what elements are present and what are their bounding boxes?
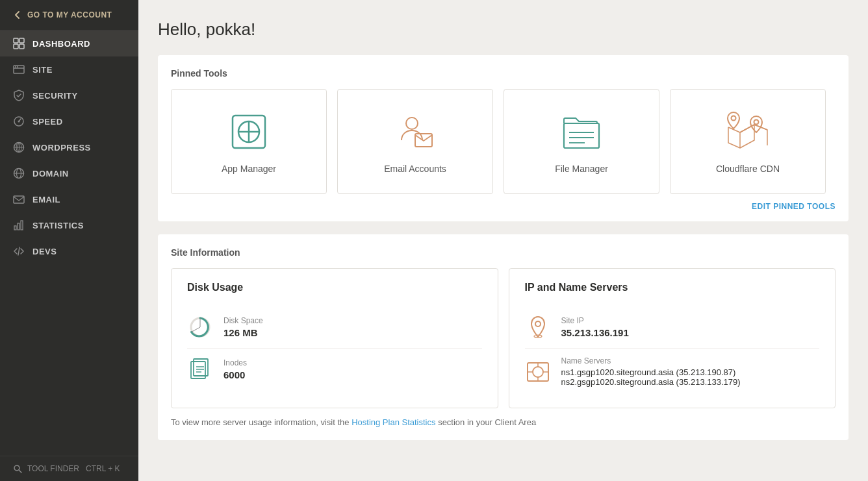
svg-point-41 (535, 321, 541, 327)
nav-items: DASHBOARD SITE SECURITY SP (0, 31, 138, 456)
sidebar-item-speed[interactable]: SPEED (0, 108, 138, 134)
svg-line-20 (19, 471, 22, 473)
svg-point-7 (17, 66, 18, 68)
devs-icon (13, 245, 25, 257)
site-ip-row: Site IP 35.213.136.191 (525, 306, 820, 349)
svg-point-31 (732, 116, 736, 121)
sidebar-item-wordpress[interactable]: WORDPRESS (0, 134, 138, 160)
svg-rect-1 (19, 38, 24, 43)
ns2-value: ns2.gsgp1020.siteground.asia (35.213.133… (561, 377, 741, 387)
hosting-plan-statistics-link[interactable]: Hosting Plan Statistics (351, 417, 435, 427)
svg-rect-17 (18, 223, 19, 230)
go-to-account-button[interactable]: GO TO MY ACCOUNT (0, 0, 138, 31)
svg-rect-16 (14, 226, 16, 230)
disk-space-row: Disk Space 126 MB (187, 306, 482, 349)
statistics-icon (13, 219, 25, 231)
tool-card-email-accounts[interactable]: Email Accounts (337, 89, 493, 194)
site-ip-value: 35.213.136.191 (561, 327, 629, 338)
speed-icon (13, 116, 25, 127)
svg-rect-2 (14, 44, 18, 49)
arrow-left-icon (13, 10, 22, 19)
ip-servers-title: IP and Name Servers (525, 282, 820, 293)
inodes-icon (187, 356, 213, 382)
email-accounts-icon (392, 109, 438, 154)
pinned-tools-grid: App Manager Email Accounts (171, 89, 836, 194)
site-info-section: Site Information Disk Usage (158, 234, 849, 440)
wordpress-icon (13, 142, 25, 153)
app-manager-label: App Manager (222, 164, 276, 174)
svg-point-25 (406, 117, 418, 129)
site-ip-label: Site IP (561, 316, 629, 325)
cloudflare-cdn-label: Cloudflare CDN (716, 164, 780, 174)
inodes-value: 6000 (223, 369, 247, 380)
sidebar: GO TO MY ACCOUNT DASHBOARD SITE (0, 0, 138, 481)
tool-card-cloudflare-cdn[interactable]: Cloudflare CDN (670, 89, 826, 194)
svg-point-19 (14, 465, 19, 471)
disk-space-value: 126 MB (223, 327, 263, 338)
disk-usage-card: Disk Usage Disk Space 126 MB (171, 268, 498, 408)
main-content: Hello, pokka! Pinned Tools App Manager (138, 0, 868, 481)
email-icon (13, 193, 25, 205)
svg-rect-15 (14, 196, 24, 203)
sidebar-item-email[interactable]: EMAIL (0, 186, 138, 212)
inodes-label: Inodes (223, 358, 247, 367)
svg-rect-3 (19, 44, 24, 49)
domain-icon (13, 167, 25, 179)
name-servers-label: Name Servers (561, 356, 741, 365)
svg-point-44 (533, 367, 543, 377)
name-servers-icon (525, 359, 551, 385)
svg-rect-0 (14, 38, 18, 43)
svg-point-32 (754, 120, 759, 125)
sidebar-item-domain[interactable]: DOMAIN (0, 160, 138, 186)
svg-point-6 (15, 66, 16, 68)
sidebar-item-site[interactable]: SITE (0, 56, 138, 82)
tool-finder-label: TOOL FINDER CTRL + K (27, 464, 120, 473)
sidebar-item-security[interactable]: SECURITY (0, 82, 138, 108)
svg-rect-27 (564, 123, 599, 148)
greeting: Hello, pokka! (158, 19, 849, 40)
disk-space-label: Disk Space (223, 316, 263, 325)
tool-card-app-manager[interactable]: App Manager (171, 89, 327, 194)
ip-servers-card: IP and Name Servers Site IP 35.213.136.1… (509, 268, 836, 408)
svg-rect-18 (21, 221, 23, 230)
tool-finder[interactable]: TOOL FINDER CTRL + K (0, 456, 138, 481)
disk-usage-title: Disk Usage (187, 282, 482, 293)
disk-space-icon (187, 314, 213, 340)
site-ip-icon (525, 314, 551, 340)
sidebar-item-devs[interactable]: DEVS (0, 238, 138, 264)
edit-pinned-button[interactable]: EDIT PINNED TOOLS (171, 202, 836, 211)
pinned-tools-section: Pinned Tools App Manager (158, 55, 849, 221)
tool-card-file-manager[interactable]: File Manager (504, 89, 659, 194)
svg-line-35 (192, 327, 201, 332)
file-manager-label: File Manager (555, 164, 608, 174)
security-icon (13, 90, 25, 101)
footer-note: To view more server usage information, v… (171, 417, 836, 427)
inodes-row: Inodes 6000 (187, 349, 482, 390)
cloudflare-cdn-icon (725, 109, 771, 154)
sidebar-item-statistics[interactable]: STATISTICS (0, 212, 138, 238)
sidebar-item-dashboard[interactable]: DASHBOARD (0, 31, 138, 56)
email-accounts-label: Email Accounts (384, 164, 446, 174)
ns1-value: ns1.gsgp1020.siteground.asia (35.213.190… (561, 367, 741, 377)
svg-point-9 (18, 121, 20, 123)
pinned-tools-title: Pinned Tools (171, 68, 836, 79)
name-servers-row: Name Servers ns1.gsgp1020.siteground.asi… (525, 349, 820, 395)
search-icon (13, 464, 22, 473)
file-manager-icon (559, 109, 604, 154)
site-icon (13, 64, 25, 75)
site-info-title: Site Information (171, 247, 836, 258)
app-manager-icon (226, 109, 272, 154)
site-info-grid: Disk Usage Disk Space 126 MB (171, 268, 836, 408)
dashboard-icon (13, 38, 25, 49)
